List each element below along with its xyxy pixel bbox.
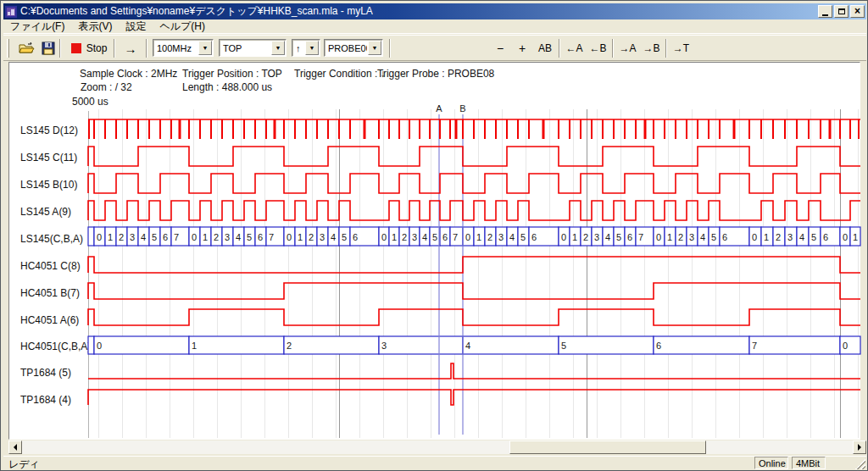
bus-cell-value: 3 [498, 232, 504, 242]
bus-cell-value: 4 [605, 232, 610, 242]
scroll-right-button[interactable] [853, 441, 866, 454]
bus-cell-value: 3 [787, 232, 793, 242]
signal-tp1684-4 [88, 390, 860, 405]
bus-cell-value: 5 [811, 232, 816, 242]
bus-cell-value: 4 [236, 232, 241, 242]
bus-cell-value: 5 [432, 232, 437, 242]
bus-cell-value: 5 [342, 232, 347, 242]
bus-cell-value: 0 [287, 232, 292, 242]
bus-cell-value: 6 [823, 232, 828, 242]
horizontal-scrollbar[interactable] [8, 441, 866, 454]
signal-ls145-a-9 [88, 201, 860, 220]
bus-cell [88, 227, 94, 246]
bus-cell-value: 5 [247, 232, 252, 242]
bus-cell [654, 336, 749, 354]
bus-cell-value: 5 [561, 341, 566, 351]
bus-cell [189, 336, 284, 354]
marker-a-label: A [436, 103, 442, 114]
bus-cell-value: 2 [287, 341, 292, 351]
bus-cell [749, 336, 840, 354]
bus-cell-value: 0 [843, 341, 848, 351]
marker-b-label: B [459, 103, 465, 114]
waveform-canvas[interactable]: AB01234567012345670123456012345670123456… [1, 1, 868, 471]
bus-cell-value: 6 [353, 232, 358, 242]
bus-cell-value: 0 [656, 232, 661, 242]
bus-cell-value: 0 [97, 232, 102, 242]
bus-cell-value: 4 [422, 232, 427, 242]
bus-cell-value: 0 [465, 232, 470, 242]
bus-cell-value: 2 [776, 232, 781, 242]
bus-cell-value: 2 [678, 232, 683, 242]
bus-cell-value: 7 [752, 341, 757, 351]
signal-ls145-b-10 [88, 174, 860, 193]
status-ready: レディ [8, 457, 40, 471]
bus-cell-value: 6 [531, 232, 537, 242]
bus-cell-value: 1 [764, 232, 769, 242]
bus-cell-value: 4 [465, 341, 470, 351]
bus-cell-value: 1 [667, 232, 672, 242]
bus-cell-value: 2 [402, 232, 407, 242]
bus-cell-value: 3 [412, 232, 417, 242]
bus-cell [463, 336, 559, 354]
bus-cell [379, 336, 463, 354]
bus-cell-value: 4 [700, 232, 705, 242]
bus-cell-value: 2 [119, 232, 124, 242]
bus-cell-value: 0 [561, 232, 566, 242]
left-triangle-icon [10, 444, 17, 451]
bus-cell-value: 1 [203, 232, 208, 242]
bus-cell-value: 7 [174, 232, 179, 242]
bus-cell-value: 0 [97, 341, 102, 351]
bus-cell-value: 1 [572, 232, 577, 242]
signal-ls145-c-11 [88, 147, 860, 166]
scrollbar-thumb[interactable] [509, 441, 706, 454]
bus-cell-value: 3 [225, 232, 230, 242]
bus-cell-value: 5 [152, 232, 157, 242]
bus-cell-value: 2 [214, 232, 219, 242]
scroll-left-button[interactable] [8, 441, 22, 454]
bus-cell-value: 5 [711, 232, 716, 242]
bus-cell-value: 1 [108, 232, 113, 242]
bus-cell-value: 1 [298, 232, 303, 242]
bus-cell-value: 7 [638, 232, 643, 242]
bus-cell-value: 6 [656, 341, 661, 351]
bus-cell-value: 2 [487, 232, 492, 242]
bus-cell-value: 7 [453, 232, 458, 242]
bus-cell-value: 3 [130, 232, 135, 242]
bus-cell-value: 4 [141, 232, 146, 242]
bus-cell-value: 7 [269, 232, 274, 242]
status-memory: 4MBit [792, 457, 826, 469]
bus-cell-value: 6 [722, 232, 727, 242]
bus-cell-value: 5 [616, 232, 621, 242]
signal-hc4051-a-6 [88, 309, 860, 325]
status-online: Online [754, 457, 788, 469]
bus-cell [284, 336, 379, 354]
bus-cell-value: 2 [309, 232, 314, 242]
bus-cell-value: 3 [689, 232, 694, 242]
bus-cell-value: 3 [381, 341, 387, 351]
bus-cell-value: 6 [163, 232, 168, 242]
bus-cell-value: 6 [442, 232, 448, 242]
bus-cell-value: 3 [594, 232, 599, 242]
bus-cell [559, 336, 654, 354]
signal-hc4051-b-7 [88, 283, 860, 299]
bus-cell-value: 0 [843, 232, 848, 242]
bus-cell-value: 6 [627, 232, 632, 242]
bus-cell-value: 0 [192, 232, 197, 242]
bus-cell-value: 3 [320, 232, 325, 242]
bus-cell [88, 336, 94, 354]
signal-hc4051-c-8 [88, 257, 860, 273]
bus-cell-value: 1 [192, 341, 197, 351]
right-triangle-icon [858, 444, 865, 451]
bus-cell-value: 4 [509, 232, 515, 242]
signal-tp1684-5 [88, 363, 860, 379]
bus-cell [94, 336, 189, 354]
bus-cell-value: 5 [520, 232, 526, 242]
status-bar: レディ Online 4MBit [3, 456, 866, 469]
bus-cell-value: 6 [258, 232, 263, 242]
bus-cell-value: 4 [331, 232, 336, 242]
bus-cell-value: 1 [476, 232, 481, 242]
resize-grip[interactable] [855, 459, 865, 469]
bus-cell-value: 0 [752, 232, 757, 242]
bus-cell-value: 1 [392, 232, 397, 242]
app-window: C:¥Documents and Settings¥noname¥デスクトップ¥… [0, 0, 868, 471]
